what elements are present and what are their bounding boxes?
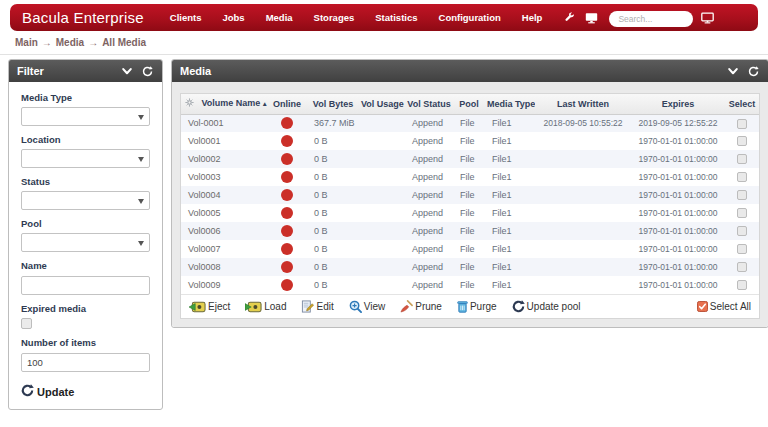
row-select-checkbox[interactable]: [737, 262, 747, 272]
update-button[interactable]: Update: [21, 384, 74, 399]
table-row[interactable]: Vol00090 BAppendFileFile11970-01-01 01:0…: [181, 276, 759, 294]
column-header-expires[interactable]: Expires: [631, 94, 725, 114]
purge-button[interactable]: Purge: [457, 300, 497, 313]
menu-item-configuration[interactable]: Configuration: [439, 12, 501, 23]
cell-media-type: File1: [485, 258, 535, 276]
eject-button[interactable]: Eject: [189, 301, 230, 313]
name-label: Name: [21, 260, 150, 271]
refresh-icon[interactable]: [746, 64, 760, 78]
cell-select: [725, 240, 759, 258]
menu-item-statistics[interactable]: Statistics: [375, 12, 417, 23]
media-panel-title: Media: [180, 65, 720, 77]
number-of-items-input[interactable]: [21, 353, 150, 372]
chevron-down-icon[interactable]: [726, 64, 740, 78]
pool-select[interactable]: [21, 233, 150, 252]
table-row[interactable]: Vol00070 BAppendFileFile11970-01-01 01:0…: [181, 240, 759, 258]
name-input[interactable]: [21, 276, 150, 295]
cell-select: [725, 114, 759, 132]
prune-button[interactable]: Prune: [400, 300, 442, 313]
status-select[interactable]: [21, 191, 150, 210]
table-row[interactable]: Vol00060 BAppendFileFile11970-01-01 01:0…: [181, 222, 759, 240]
breadcrumb-item-media[interactable]: Media: [56, 37, 84, 48]
cell-last-written: [535, 168, 631, 186]
cell-media-type: File1: [485, 276, 535, 294]
online-indicator: [281, 189, 293, 201]
row-select-checkbox[interactable]: [737, 172, 747, 182]
edit-button[interactable]: Edit: [301, 300, 333, 313]
column-header-volume-name[interactable]: Volume Name▲: [181, 94, 267, 114]
location-select[interactable]: [21, 149, 150, 168]
row-select-checkbox[interactable]: [737, 226, 747, 236]
gear-icon[interactable]: [185, 99, 197, 109]
column-header-online[interactable]: Online: [267, 94, 307, 114]
refresh-icon[interactable]: [140, 64, 154, 78]
table-row[interactable]: Vol00040 BAppendFileFile11970-01-01 01:0…: [181, 186, 759, 204]
menu-item-clients[interactable]: Clients: [170, 12, 202, 23]
row-select-checkbox[interactable]: [737, 208, 747, 218]
column-header-pool[interactable]: Pool: [453, 94, 485, 114]
eject-tape-icon: [189, 301, 206, 313]
row-select-checkbox[interactable]: [737, 136, 747, 146]
brand-logo[interactable]: Bacula Enterprise: [22, 9, 144, 26]
table-row[interactable]: Vol00020 BAppendFileFile11970-01-01 01:0…: [181, 150, 759, 168]
cell-expires: 1970-01-01 01:00:00: [631, 240, 725, 258]
breadcrumb-item-main[interactable]: Main: [15, 37, 38, 48]
menu-item-jobs[interactable]: Jobs: [222, 12, 244, 23]
row-select-checkbox[interactable]: [737, 190, 747, 200]
select-all-button[interactable]: Select All: [697, 301, 751, 312]
table-row[interactable]: Vol00030 BAppendFileFile11970-01-01 01:0…: [181, 168, 759, 186]
online-indicator: [281, 279, 293, 291]
table-row[interactable]: Vol-0001367.7 MiBAppendFileFile12018-09-…: [181, 114, 759, 132]
cell-online: [267, 132, 307, 150]
cell-vol-status: Append: [405, 186, 453, 204]
row-select-checkbox[interactable]: [737, 244, 747, 254]
cell-vol-status: Append: [405, 258, 453, 276]
cell-vol-status: Append: [405, 114, 453, 132]
cell-vol-usage: [359, 222, 405, 240]
cell-pool: File: [453, 276, 485, 294]
cell-select: [725, 186, 759, 204]
monitor-icon[interactable]: [701, 11, 714, 24]
cell-expires: 1970-01-01 01:00:00: [631, 168, 725, 186]
row-select-checkbox[interactable]: [737, 154, 747, 164]
column-header-vol-usage[interactable]: Vol Usage: [359, 94, 405, 114]
cell-volume-name: Vol0005: [181, 204, 267, 222]
column-header-vol-status[interactable]: Vol Status: [405, 94, 453, 114]
cell-media-type: File1: [485, 168, 535, 186]
column-header-vol-bytes[interactable]: Vol Bytes: [307, 94, 359, 114]
media-type-select[interactable]: [21, 107, 150, 126]
cell-media-type: File1: [485, 186, 535, 204]
media-toolbar: Eject Load Edit: [181, 294, 759, 318]
search-input[interactable]: [609, 11, 693, 27]
cell-select: [725, 168, 759, 186]
cell-vol-usage: [359, 132, 405, 150]
cell-vol-usage: [359, 114, 405, 132]
chevron-down-icon[interactable]: [120, 64, 134, 78]
column-header-media-type[interactable]: Media Type: [485, 94, 535, 114]
table-row[interactable]: Vol00010 BAppendFileFile11970-01-01 01:0…: [181, 132, 759, 150]
row-select-checkbox[interactable]: [737, 280, 747, 290]
update-pool-button[interactable]: Update pool: [512, 300, 581, 313]
cell-volume-name: Vol-0001: [181, 114, 267, 132]
column-header-last-written[interactable]: Last Written: [535, 94, 631, 114]
console-icon[interactable]: [585, 11, 598, 24]
top-navbar: Bacula Enterprise Clients Jobs Media Sto…: [10, 4, 758, 31]
cell-vol-status: Append: [405, 276, 453, 294]
table-row[interactable]: Vol00080 BAppendFileFile11970-01-01 01:0…: [181, 258, 759, 276]
menu-item-media[interactable]: Media: [266, 12, 293, 23]
cell-volume-name: Vol0008: [181, 258, 267, 276]
media-panel-header: Media: [172, 60, 768, 82]
breadcrumb-separator: →: [88, 37, 98, 48]
row-select-checkbox[interactable]: [737, 119, 747, 129]
load-button[interactable]: Load: [245, 301, 286, 313]
filter-panel: Filter Media Type Location Status Po: [8, 59, 163, 410]
wrench-icon[interactable]: [563, 11, 576, 24]
table-row[interactable]: Vol00050 BAppendFileFile11970-01-01 01:0…: [181, 204, 759, 222]
menu-item-storages[interactable]: Storages: [314, 12, 355, 23]
column-header-select[interactable]: Select: [725, 94, 759, 114]
menu-item-help[interactable]: Help: [522, 12, 543, 23]
cell-vol-status: Append: [405, 150, 453, 168]
view-button[interactable]: View: [349, 300, 386, 313]
media-table-body: Vol-0001367.7 MiBAppendFileFile12018-09-…: [181, 114, 759, 294]
expired-media-checkbox[interactable]: [21, 318, 32, 329]
